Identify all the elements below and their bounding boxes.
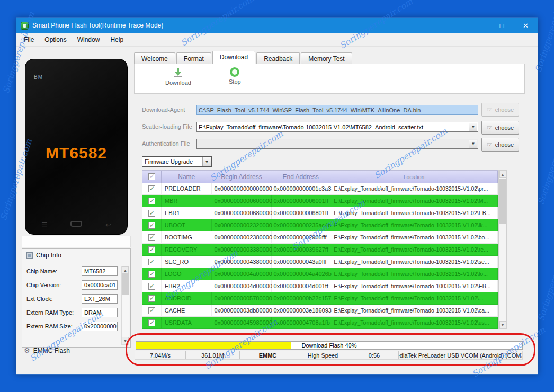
row-checkbox-cell[interactable] <box>142 244 162 256</box>
menu-item[interactable]: Window <box>72 34 105 46</box>
chip-field-value[interactable]: MT6582 <box>82 266 118 276</box>
row-checkbox[interactable] <box>148 185 155 192</box>
row-checkbox[interactable] <box>148 234 155 241</box>
table-row[interactable]: EBR1 0x0000000000680000 0x00000000006801… <box>142 207 498 219</box>
table-row[interactable]: BOOTIMG 0x0000000002380000 0x00000000029… <box>142 231 498 244</box>
row-checkbox-cell[interactable] <box>142 268 162 280</box>
header-location[interactable]: Location <box>330 171 498 183</box>
header-name[interactable]: Name <box>162 171 212 183</box>
download-agent-input[interactable]: C:\SP_Flash_Tool_v5.1744_Win\SP_Flash_To… <box>196 105 478 115</box>
row-checkbox-cell[interactable] <box>142 256 162 268</box>
row-checkbox[interactable] <box>148 222 155 229</box>
status-cell: 0:56 <box>350 351 399 359</box>
close-button[interactable]: ✕ <box>514 18 538 33</box>
partition-name: EBR1 <box>162 207 212 219</box>
table-row[interactable]: PRELOADER 0x0000000000000000 0x000000000… <box>142 183 498 195</box>
chevron-down-icon[interactable]: ▼ <box>202 157 211 166</box>
tab[interactable]: Welcome <box>134 52 175 64</box>
chip-field-label: Extern RAM Type: <box>26 309 74 316</box>
table-row[interactable]: SEC_RO 0x0000000004380000 0x00000000043a… <box>142 256 498 268</box>
begin-address: 0x0000000000680000 <box>212 207 272 219</box>
row-checkbox-cell[interactable] <box>142 305 162 317</box>
tab[interactable]: Download <box>212 51 255 64</box>
table-row[interactable]: UBOOT 0x0000000002320000 0x000000000235a… <box>142 219 498 231</box>
scroll-down-icon[interactable]: ▼ <box>122 337 129 344</box>
chip-field-value[interactable]: 0x0000ca01 <box>82 280 118 290</box>
status-bar: 7.04M/s 361.01M EMMC High Speed 0:56 Med… <box>135 351 523 360</box>
phone-nav-keys: ☰ ↩ <box>25 221 127 229</box>
flash-mode-select[interactable]: Firmware Upgrade ▼ <box>142 156 212 167</box>
file-location: E:\Explay_Tornado\off_firmware\Tornado-1… <box>330 280 498 292</box>
chip-info-scrollbar[interactable]: ▲ ▼ <box>121 266 129 345</box>
row-checkbox[interactable] <box>148 259 155 265</box>
chevron-down-icon[interactable]: ▼ <box>469 140 477 148</box>
row-checkbox[interactable] <box>148 210 155 217</box>
tab[interactable]: Memory Test <box>301 52 352 64</box>
gear-icon: ⚙ <box>24 346 30 354</box>
chip-field-value[interactable]: DRAM <box>82 308 118 317</box>
row-checkbox-cell[interactable] <box>142 280 162 292</box>
scroll-down-icon[interactable]: ▼ <box>499 321 506 328</box>
begin-address: 0x0000000003380000 <box>212 244 272 256</box>
minimize-button[interactable]: – <box>466 18 490 33</box>
file-location: E:\Explay_Tornado\off_firmware\Tornado-1… <box>330 317 498 329</box>
table-header: Name Begin Address End Address Location <box>142 171 498 183</box>
table-row[interactable]: LOGO 0x0000000004a00000 0x0000000004a402… <box>142 268 498 280</box>
menu-item[interactable]: Options <box>39 34 72 46</box>
table-row[interactable]: RECOVERY 0x0000000003380000 0x0000000003… <box>142 244 498 256</box>
row-checkbox[interactable] <box>148 319 155 326</box>
header-begin-address[interactable]: Begin Address <box>212 171 272 183</box>
row-checkbox[interactable] <box>148 271 155 278</box>
chip-field-value[interactable]: EXT_26M <box>82 294 118 304</box>
table-row[interactable]: CACHE 0x000000003db80000 0x000000003e186… <box>142 305 498 317</box>
partition-name: SEC_RO <box>162 256 212 268</box>
scrollbar-thumb[interactable] <box>122 274 129 295</box>
pointer-icon: ☞ <box>487 106 493 113</box>
partition-name: LOGO <box>162 268 212 280</box>
select-all-checkbox[interactable] <box>148 173 155 180</box>
row-checkbox-cell[interactable] <box>142 183 162 195</box>
row-checkbox-cell[interactable] <box>142 231 162 244</box>
tab[interactable]: Format <box>176 52 211 64</box>
maximize-button[interactable]: □ <box>490 18 514 33</box>
table-row[interactable]: EBR2 0x0000000004d00000 0x0000000004d001… <box>142 280 498 292</box>
header-end-address[interactable]: End Address <box>271 171 330 183</box>
scroll-up-icon[interactable]: ▲ <box>499 171 506 178</box>
table-row[interactable]: ANDROID 0x0000000005780000 0x000000000b2… <box>142 292 498 305</box>
auth-file-choose-button[interactable]: ☞ choose <box>481 138 519 152</box>
table-scrollbar[interactable]: ▲ ▼ <box>498 170 507 329</box>
row-checkbox[interactable] <box>148 198 155 204</box>
row-checkbox-cell[interactable] <box>142 219 162 231</box>
stop-button[interactable]: Stop <box>229 67 241 85</box>
partition-name: CACHE <box>162 305 212 317</box>
phone-back-icon: ↩ <box>105 221 111 229</box>
row-checkbox-cell[interactable] <box>142 317 162 329</box>
auth-file-combobox[interactable]: ▼ <box>196 139 478 149</box>
row-checkbox[interactable] <box>148 246 155 253</box>
row-checkbox-cell[interactable] <box>142 195 162 207</box>
menu-item[interactable]: File <box>19 34 39 46</box>
scatter-file-combobox[interactable]: E:\Explay_Tornado\off_firmware\Tornado-1… <box>196 122 478 132</box>
chevron-down-icon[interactable]: ▼ <box>469 123 477 131</box>
row-checkbox[interactable] <box>148 295 155 302</box>
end-address: 0x000000000b22c157 <box>271 292 330 305</box>
table-row[interactable]: USRDATA 0x0000000045980000 0x00000000470… <box>142 317 498 329</box>
partition-name: PRELOADER <box>162 183 212 195</box>
row-checkbox[interactable] <box>148 283 155 290</box>
row-checkbox-cell[interactable] <box>142 207 162 219</box>
partition-name: MBR <box>162 195 212 207</box>
download-button[interactable]: Download <box>165 67 191 86</box>
tab[interactable]: Readback <box>256 52 300 64</box>
header-checkbox-cell[interactable] <box>142 171 162 183</box>
title-bar[interactable]: Smart Phone Flash Tool(Runtime Trace Mod… <box>16 18 538 33</box>
table-row[interactable]: MBR 0x0000000000600000 0x00000000006001f… <box>142 195 498 207</box>
row-checkbox[interactable] <box>148 307 155 314</box>
row-checkbox-cell[interactable] <box>142 292 162 305</box>
scroll-up-icon[interactable]: ▲ <box>122 266 129 274</box>
chip-field-value[interactable]: 0x20000000 <box>82 322 118 331</box>
scatter-file-choose-button[interactable]: ☞ choose <box>481 121 519 135</box>
menu-item[interactable]: Help <box>105 34 129 46</box>
chip-info-row: Chip Name: MT6582 <box>26 266 127 276</box>
end-address: 0x00000000043a0fff <box>272 256 331 268</box>
scrollbar-thumb[interactable] <box>499 179 506 224</box>
